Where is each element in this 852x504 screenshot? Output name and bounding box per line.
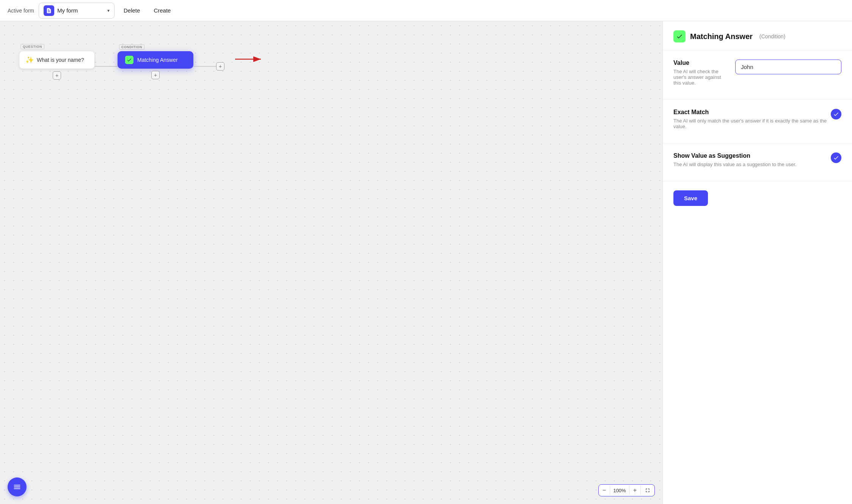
zoom-out-button[interactable]: − [599,485,610,496]
exact-match-toggle[interactable] [831,109,841,119]
condition-node-col: CONDITION Matching Answer + [118,44,193,79]
condition-node-text: Matching Answer [137,57,178,63]
arrow-svg [235,55,265,64]
question-node-text: What is your name? [37,57,84,63]
question-node-col: QUESTION ✨ What is your name? + [19,44,95,80]
condition-add-button[interactable]: + [151,71,160,79]
value-text-block: Value The AI will check the user's answe… [673,60,728,90]
form-selector-name: My form [57,7,104,14]
form-selector-icon [44,5,54,16]
nodes-row: QUESTION ✨ What is your name? + CONDITIO… [19,44,224,80]
suggestion-toggle[interactable] [831,152,841,163]
question-add-button[interactable]: + [53,71,61,80]
delete-button[interactable]: Delete [119,5,144,16]
exact-match-row: Exact Match The AI will only match the u… [673,109,841,134]
value-label: Value [673,60,728,66]
right-add-button[interactable]: + [216,62,224,71]
flow-area: QUESTION ✨ What is your name? + CONDITIO… [19,44,224,80]
canvas: QUESTION ✨ What is your name? + CONDITIO… [0,21,662,504]
create-button[interactable]: Create [149,5,175,16]
save-button[interactable]: Save [673,190,708,206]
main-layout: QUESTION ✨ What is your name? + CONDITIO… [0,21,852,504]
panel-subtitle: (Condition) [759,33,785,39]
topbar: Active form My form ▾ Delete Create [0,0,852,21]
active-form-label: Active form [8,8,34,14]
suggestion-text: Show Value as Suggestion The AI will dis… [673,152,831,172]
fullscreen-button[interactable] [641,485,654,496]
form-selector[interactable]: My form ▾ [39,3,115,19]
condition-node[interactable]: Matching Answer [118,51,193,69]
menu-fab-button[interactable] [8,477,27,496]
suggestion-row: Show Value as Suggestion The AI will dis… [673,152,841,172]
suggestion-label: Show Value as Suggestion [673,152,831,159]
panel-header-icon [673,30,686,42]
question-label: QUESTION [20,44,44,49]
condition-label: CONDITION [119,44,144,50]
zoom-in-button[interactable]: + [629,485,640,496]
suggestion-desc: The AI will display this value as a sugg… [673,162,831,167]
value-desc: The AI will check the user's answer agai… [673,69,728,86]
zoom-level: 100% [610,486,629,495]
panel-title: Matching Answer [690,32,753,41]
question-node[interactable]: ✨ What is your name? [19,51,95,69]
exact-match-text: Exact Match The AI will only match the u… [673,109,831,134]
exact-match-label: Exact Match [673,109,831,116]
panel-header: Matching Answer (Condition) [663,21,852,50]
value-input[interactable] [735,60,841,74]
right-panel: Matching Answer (Condition) Value The AI… [662,21,852,504]
zoom-controls: − 100% + [598,484,655,496]
value-row: Value The AI will check the user's answe… [673,60,841,90]
save-section: Save [663,181,852,215]
h-connector-right [193,66,216,67]
sparkle-icon: ✨ [25,56,34,64]
check-icon [125,56,133,64]
arrow-annotation [235,55,265,64]
h-connector [95,66,118,67]
chevron-down-icon: ▾ [107,8,110,13]
value-section: Value The AI will check the user's answe… [663,50,852,100]
exact-match-section: Exact Match The AI will only match the u… [663,100,852,143]
suggestion-section: Show Value as Suggestion The AI will dis… [663,143,852,181]
exact-match-desc: The AI will only match the user's answer… [673,118,831,129]
right-add-button-wrapper: + [216,62,224,71]
